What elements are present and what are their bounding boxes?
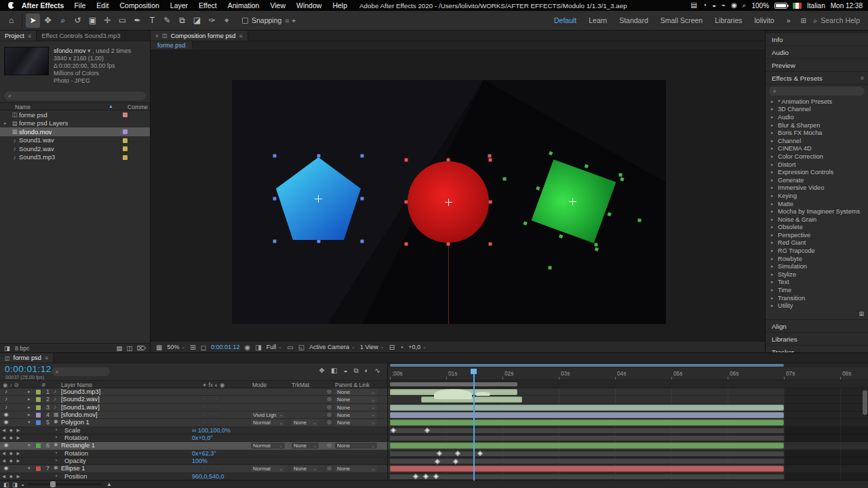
parent-select[interactable]: None⌄ (335, 420, 377, 426)
footage-thumbnail[interactable] (4, 47, 49, 75)
chevron-right-icon[interactable]: ▸ (771, 264, 778, 269)
expander-icon[interactable]: ▾ (28, 442, 31, 449)
stopwatch-icon[interactable]: ◔ (54, 450, 58, 458)
property-value[interactable]: 960,0,540,0 (192, 473, 224, 481)
effects-search-input[interactable]: ⌕ (769, 87, 865, 96)
chevron-right-icon[interactable]: ▸ (771, 115, 778, 120)
layer-switches[interactable]: ··· (203, 396, 222, 403)
composition-mini-flowchart-icon[interactable]: ❖ (319, 367, 325, 375)
label-color-chip[interactable] (36, 466, 41, 471)
selection-handle[interactable] (559, 234, 563, 238)
trkmat-select[interactable]: None⌄ (292, 443, 319, 449)
project-item-sound2-wav[interactable]: ♪Sound2.wav (0, 144, 150, 153)
layer-switches[interactable]: ··· (203, 419, 222, 426)
pick-whip-icon[interactable]: ◎ (327, 404, 332, 411)
current-time-display[interactable]: 0:00:01:12 (211, 344, 240, 350)
eye-toggle-icon[interactable]: ◉ (2, 442, 10, 449)
keyframe-navigator[interactable]: ◀ ◆ ▶ (2, 427, 22, 434)
close-panel-icon[interactable]: × (155, 33, 159, 39)
clone-stamp-tool[interactable]: ⧉ (175, 14, 189, 28)
expander-icon[interactable]: ▾ (28, 419, 31, 426)
column-mode[interactable]: Mode (252, 382, 267, 388)
blend-mode-select[interactable]: Normal⌄ (251, 420, 285, 426)
project-search-input[interactable]: ⌕ (4, 92, 146, 100)
effect-category-simulation[interactable]: ▸Simulation (766, 262, 868, 270)
keyframe-navigator[interactable]: ◀ ◆ ▶ (2, 434, 22, 442)
effect-category-noise-grain[interactable]: ▸Noise & Grain (766, 216, 868, 224)
column-name[interactable]: Name (15, 104, 31, 110)
camera-select[interactable]: Active Camera⌄ (309, 344, 355, 350)
effect-category-matte[interactable]: ▸Matte (766, 200, 868, 208)
new-composition-icon[interactable]: ◫ (127, 344, 133, 352)
parent-select[interactable]: None⌄ (335, 443, 377, 449)
eye-toggle-icon[interactable]: ◉ (2, 411, 10, 419)
effect-category-perspective[interactable]: ▸Perspective (766, 231, 868, 239)
chevron-right-icon[interactable]: ▸ (771, 138, 778, 144)
workspace-standard[interactable]: Standard (613, 16, 654, 24)
menu-file[interactable]: File (68, 1, 91, 9)
parent-select[interactable]: None⌄ (335, 466, 377, 472)
app-menu[interactable]: After Effects (17, 1, 68, 9)
delete-item-icon[interactable]: ⌦ (137, 344, 146, 352)
current-time-indicator-handle[interactable] (471, 369, 477, 374)
layer-duration-bar[interactable] (390, 405, 784, 411)
layer-row-rectangle-1[interactable]: ◉▾6✱Rectangle 1···Normal⌄None⌄◎None⌄ (0, 442, 387, 449)
selection-handle[interactable] (273, 240, 277, 243)
region-of-interest-icon[interactable]: ▭ (287, 344, 293, 351)
project-item-forme-psd-layers[interactable]: ▸▤forme psd Layers (0, 119, 150, 128)
selection-handle[interactable] (489, 159, 492, 162)
chevron-right-icon[interactable]: ▸ (771, 169, 778, 175)
selection-handle[interactable] (405, 159, 408, 162)
magnification-select[interactable]: 50%⌄ (167, 344, 185, 350)
project-item-sfondo-mov[interactable]: ▦sfondo.mov (0, 127, 150, 136)
label-color-chip[interactable] (123, 138, 127, 143)
layer-name[interactable]: Ellipse 1 (61, 465, 85, 472)
layer-duration-bar[interactable] (390, 412, 784, 418)
shy-layers-icon[interactable]: ◒ (343, 367, 347, 375)
selection-handle[interactable] (619, 174, 623, 177)
panel-header-libraries[interactable]: Libraries (766, 333, 868, 345)
show-snapshot-icon[interactable]: ◨ (255, 344, 261, 351)
pixel-aspect-icon[interactable]: ⊟ (389, 344, 395, 351)
expander-icon[interactable]: ▸ (28, 411, 31, 419)
chevron-right-icon[interactable]: ▸ (771, 272, 778, 277)
snap-view-icon[interactable]: ▦ (156, 344, 162, 351)
selection-handle[interactable] (317, 155, 320, 158)
roto-brush-tool[interactable]: ✑ (205, 14, 219, 28)
frame-blending-icon[interactable]: ⧉ (353, 367, 358, 375)
menu-animation[interactable]: Animation (222, 1, 265, 9)
selection-handle[interactable] (361, 240, 364, 243)
property-name[interactable]: Rotation (64, 434, 88, 442)
selection-handle[interactable] (536, 186, 540, 190)
toggle-expand-in-icon[interactable]: ◧ (3, 481, 9, 488)
selection-handle[interactable] (607, 212, 611, 216)
panel-menu-icon[interactable]: ≡ (28, 33, 31, 39)
panel-header-preview[interactable]: Preview (766, 59, 868, 71)
layer-switches[interactable]: ··· (203, 411, 222, 419)
work-area-bar[interactable] (390, 382, 517, 386)
chevron-right-icon[interactable]: ▸ (771, 162, 778, 167)
property-name[interactable]: Scale (64, 427, 80, 434)
pick-whip-icon[interactable]: ◎ (327, 388, 332, 396)
panel-header-audio[interactable]: Audio (766, 46, 868, 58)
layer-row-sound1-wav[interactable]: ♪▸3♪[Sound1.wav]···◎None⌄ (0, 404, 387, 411)
effect-category-obsolete[interactable]: ▸Obsolete (766, 224, 868, 232)
panel-menu-icon[interactable]: ≡ (45, 354, 48, 361)
current-timecode[interactable]: 0:00:01:12 (5, 364, 52, 374)
parent-select[interactable]: None⌄ (335, 389, 377, 395)
toggle-expand-out-icon[interactable]: ◨ (12, 481, 18, 488)
draft-3d-icon[interactable]: ◧ (331, 367, 337, 375)
selection-handle[interactable] (273, 155, 277, 158)
selection-handle[interactable] (447, 243, 450, 246)
workspace-default[interactable]: Default (548, 16, 583, 24)
new-folder-icon[interactable]: ▤ (117, 344, 123, 352)
layer-switches[interactable]: ··· (203, 442, 222, 449)
effect-category-blur-sharpen[interactable]: ▸Blur & Sharpen (766, 121, 868, 129)
chevron-right-icon[interactable]: ▸ (771, 123, 778, 128)
pick-whip-icon[interactable]: ◎ (327, 419, 332, 426)
menu-view[interactable]: View (264, 1, 291, 9)
chevron-right-icon[interactable]: ▸ (771, 201, 778, 207)
effect-category-mocha-by-imagineer-systems[interactable]: ▸Mocha by Imagineer Systems (766, 207, 868, 216)
blend-mode-select[interactable]: Vivid Ligh⌄ (251, 412, 285, 418)
property-row-scale[interactable]: ◀ ◆ ▶◔Scale∞ 100,100,0% (0, 427, 387, 434)
